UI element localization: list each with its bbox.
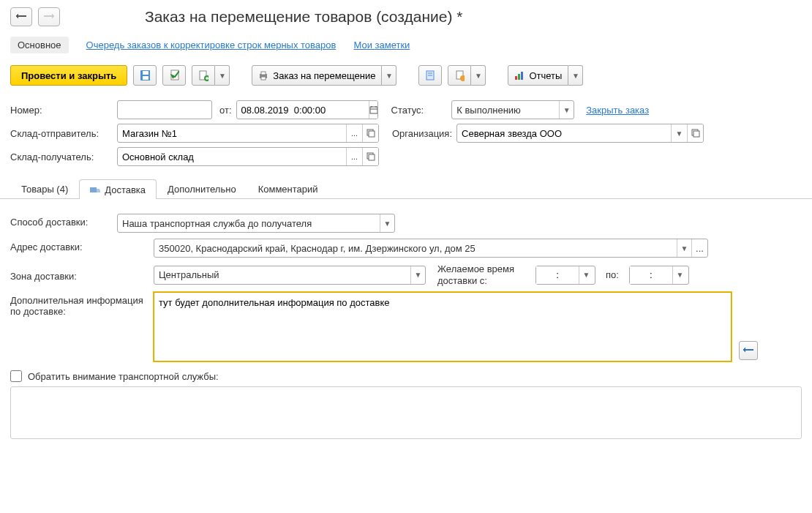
delivery-method-label: Способ доставки:: [10, 214, 113, 228]
attention-checkbox[interactable]: [10, 370, 22, 382]
svg-rect-27: [90, 187, 97, 192]
time-from-input[interactable]: [536, 266, 579, 284]
org-dropdown[interactable]: ▼: [671, 124, 687, 142]
save-button[interactable]: [133, 65, 157, 86]
to-label: по:: [606, 269, 619, 280]
page-title: Заказ на перемещение товаров (создание) …: [145, 8, 462, 26]
print-order-button[interactable]: Заказ на перемещение: [252, 65, 382, 86]
post-button[interactable]: [162, 65, 186, 86]
report-button-1[interactable]: [418, 65, 442, 86]
close-order-link[interactable]: Закрыть заказ: [586, 105, 649, 116]
time-to-dropdown[interactable]: ▼: [672, 266, 687, 284]
tab-extra[interactable]: Дополнительно: [157, 179, 247, 198]
svg-rect-22: [369, 131, 375, 137]
attention-label: Обратить внимание транспортной службы:: [28, 371, 219, 382]
status-label: Статус:: [391, 105, 424, 116]
delivery-method-select[interactable]: Наша транспортная служба до получателя: [118, 214, 380, 232]
forward-button[interactable]: 🠖: [38, 7, 60, 26]
create-based-button[interactable]: [192, 65, 215, 86]
svg-rect-17: [370, 107, 377, 113]
create-based-dropdown[interactable]: ▼: [215, 65, 230, 86]
time-from-dropdown[interactable]: ▼: [579, 266, 593, 284]
svg-rect-2: [143, 76, 149, 80]
receiver-input[interactable]: [118, 148, 346, 165]
link-notes[interactable]: Мои заметки: [353, 40, 410, 50]
status-dropdown[interactable]: ▼: [559, 101, 574, 119]
print-dropdown[interactable]: ▼: [382, 65, 396, 86]
receiver-select-button[interactable]: ...: [346, 148, 362, 165]
address-label: Адрес доставки:: [10, 239, 149, 252]
org-open-button[interactable]: [687, 124, 703, 142]
tab-delivery[interactable]: Доставка: [79, 179, 157, 199]
reports-button[interactable]: Отчеты: [508, 65, 568, 86]
svg-rect-24: [693, 131, 699, 137]
info-label: Дополнительная информация по доставке:: [10, 292, 149, 317]
attach-button[interactable]: [448, 65, 471, 86]
reports-dropdown[interactable]: ▼: [568, 65, 583, 86]
tab-comment[interactable]: Комментарий: [247, 179, 329, 198]
receiver-open-button[interactable]: [362, 148, 378, 165]
zone-select[interactable]: Центральный: [154, 266, 410, 284]
delivery-icon: [90, 185, 100, 194]
tab-goods[interactable]: Товары (4): [10, 179, 79, 198]
sender-open-button[interactable]: [362, 124, 378, 142]
back-button[interactable]: 🠔: [10, 7, 32, 26]
sender-label: Склад-отправитель:: [10, 128, 113, 139]
attach-dropdown[interactable]: ▼: [471, 65, 486, 86]
attention-textarea[interactable]: [10, 386, 802, 439]
sender-select-button[interactable]: ...: [346, 124, 362, 142]
delivery-method-dropdown[interactable]: ▼: [380, 214, 394, 232]
from-label: от:: [219, 105, 232, 116]
time-to-input[interactable]: [630, 266, 672, 284]
svg-rect-15: [518, 74, 520, 80]
number-label: Номер:: [10, 105, 113, 116]
address-select-button[interactable]: ...: [691, 239, 707, 257]
tab-main[interactable]: Основное: [10, 37, 69, 53]
zone-label: Зона доставки:: [10, 268, 149, 282]
svg-rect-14: [515, 76, 517, 80]
address-input[interactable]: 350020, Краснодарский край, Краснодар г,…: [154, 239, 677, 257]
post-and-close-button[interactable]: Провести и закрыть: [10, 65, 127, 86]
svg-rect-8: [261, 77, 266, 80]
svg-rect-26: [369, 154, 375, 160]
delivery-info-textarea[interactable]: [154, 292, 732, 362]
link-queue[interactable]: Очередь заказов к корректировке строк ме…: [86, 40, 337, 50]
org-input[interactable]: [457, 124, 671, 142]
address-dropdown[interactable]: ▼: [677, 239, 691, 257]
calendar-button[interactable]: [369, 101, 378, 119]
svg-rect-7: [261, 72, 266, 75]
wish-time-label: Желаемое время доставки с:: [437, 263, 531, 286]
svg-rect-16: [521, 72, 523, 80]
svg-rect-1: [143, 71, 149, 75]
collapse-button[interactable]: 🠔: [739, 341, 758, 360]
sender-input[interactable]: [118, 124, 346, 142]
status-select[interactable]: К выполнению: [452, 101, 559, 119]
date-input[interactable]: [237, 101, 369, 119]
number-input[interactable]: [118, 101, 212, 119]
receiver-label: Склад-получатель:: [10, 151, 113, 162]
zone-dropdown[interactable]: ▼: [410, 266, 425, 284]
org-label: Организация:: [392, 128, 452, 139]
